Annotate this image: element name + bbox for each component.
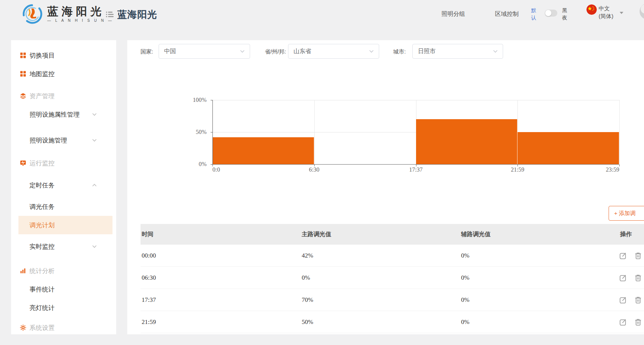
sidebar-item-2[interactable]: 地图监控 [11, 65, 116, 83]
chart-y-tick-label: 50% [184, 129, 207, 135]
sidebar-item-4[interactable]: 照明设施属性管理 [11, 105, 116, 124]
column-header-4: 操作 [620, 231, 632, 238]
sidebar-item-label: 实时监控 [30, 242, 55, 251]
chart-bar-segment [517, 132, 619, 164]
brand-name: 蓝海阳光 [47, 6, 114, 17]
theme-night-label[interactable]: 黑夜 [561, 7, 568, 21]
gear-icon [20, 325, 26, 331]
chart-y-tick [211, 100, 213, 100]
chart-x-tick-label: 23:59 [606, 166, 619, 173]
country-select[interactable]: 中国 [159, 44, 250, 59]
sidebar-menu: 切换项目地图监控资产管理照明设施属性管理照明设施管理运行监控定时任务调光任务调光… [11, 40, 116, 334]
cell-时间: 00:00 [142, 252, 156, 259]
column-header-2: 主路调光值 [302, 231, 331, 238]
sidebar-item-10[interactable]: 实时监控 [11, 237, 116, 256]
grid-icon [20, 71, 26, 77]
city-filter-label: 城市: [393, 48, 406, 55]
chart-y-tick [211, 132, 213, 132]
theme-default-label[interactable]: 默认 [530, 7, 537, 21]
column-header-3: 辅路调光值 [461, 231, 491, 238]
app-title: 蓝海阳光 [117, 8, 157, 21]
province-filter-label: 省/州/邦: [265, 48, 286, 55]
city-value: 日照市 [418, 48, 493, 55]
header-divider [94, 7, 94, 21]
app-window: 蓝海阳光 — L A N H I S U N — 蓝海阳光 照明分组 区域控制 … [0, 0, 644, 345]
sidebar-item-6[interactable]: 运行监控 [11, 154, 116, 172]
user-avatar[interactable] [640, 3, 644, 20]
chevron-up-icon [92, 184, 97, 187]
country-value: 中国 [164, 48, 240, 55]
cell-辅路调光值: 0% [461, 274, 470, 282]
cell-辅路调光值: 0% [461, 252, 470, 259]
chart-gridline [314, 100, 315, 164]
delete-icon[interactable] [634, 252, 642, 259]
bar-chart-icon [20, 268, 26, 274]
table-row: 17:3770%0% [141, 289, 644, 311]
cell-时间: 21:59 [142, 318, 156, 326]
nav-lighting-group[interactable]: 照明分组 [442, 10, 465, 18]
cell-主路调光值: 0% [302, 274, 310, 282]
edit-icon[interactable] [619, 296, 627, 304]
brand-logo: 蓝海阳光 — L A N H I S U N — [22, 4, 114, 24]
delete-icon[interactable] [634, 296, 642, 304]
sidebar-item-13[interactable]: 亮灯统计 [11, 299, 116, 317]
theme-toggle[interactable] [545, 10, 557, 17]
dimming-schedule-chart: 0%50%100%0:06:3017:3721:5923:59 [212, 100, 619, 164]
chart-x-tick-label: 6:30 [309, 166, 319, 173]
province-value: 山东省 [294, 48, 369, 55]
sidebar-item-12[interactable]: 事件统计 [11, 280, 116, 299]
chart-gridline [619, 100, 620, 164]
language-label: 中文(简体) [599, 5, 613, 19]
monitor-icon [20, 160, 26, 166]
sidebar-item-label: 系统设置 [30, 324, 55, 332]
chart-x-tick [619, 165, 620, 166]
delete-icon[interactable] [634, 318, 642, 326]
sidebar-item-3[interactable]: 资产管理 [11, 87, 116, 105]
sidebar-item-label: 照明设施属性管理 [30, 110, 80, 119]
cell-主路调光值: 70% [302, 296, 313, 304]
add-dimming-plan-button[interactable]: + 添加调 [609, 206, 644, 221]
chevron-down-icon [92, 139, 97, 142]
sidebar-item-label: 亮灯统计 [30, 304, 55, 312]
chart-y-tick-label: 0% [184, 161, 207, 168]
chart-x-tick-label: 21:59 [511, 166, 524, 173]
brand-latin-name: — L A N H I S U N — [47, 18, 114, 23]
language-selector[interactable]: 中文(简体) [586, 4, 617, 20]
province-select[interactable]: 山东省 [288, 44, 379, 59]
sidebar-item-label: 定时任务 [30, 181, 55, 190]
cell-辅路调光值: 0% [461, 318, 470, 326]
cell-主路调光值: 42% [302, 252, 313, 259]
chart-bar-segment [212, 137, 314, 164]
cell-主路调光值: 50% [302, 318, 313, 326]
edit-icon[interactable] [619, 252, 627, 259]
chart-y-tick-label: 100% [184, 97, 207, 103]
chevron-down-icon [369, 50, 374, 53]
column-header-1: 时间 [142, 231, 153, 238]
chart-x-tick-label: 0:0 [212, 166, 220, 173]
layers-icon [20, 93, 26, 99]
sidebar-item-9[interactable]: 调光计划 [11, 216, 116, 234]
delete-icon[interactable] [634, 274, 642, 282]
sidebar-item-1[interactable]: 切换项目 [11, 46, 116, 65]
sidebar-item-label: 调光任务 [30, 203, 55, 211]
cell-时间: 06:30 [142, 274, 156, 282]
chevron-down-icon [92, 245, 97, 248]
table-row: 00:0042%0% [141, 245, 644, 267]
edit-icon[interactable] [619, 274, 627, 282]
sidebar-item-7[interactable]: 定时任务 [11, 176, 116, 194]
table-header-row: 时间主路调光值辅路调光值操作 [141, 224, 644, 245]
language-caret-icon [620, 12, 623, 14]
sidebar-item-8[interactable]: 调光任务 [11, 197, 116, 216]
sidebar-item-14[interactable]: 系统设置 [11, 318, 116, 337]
city-select[interactable]: 日照市 [412, 44, 503, 59]
edit-icon[interactable] [619, 318, 627, 326]
sidebar-item-11[interactable]: 统计分析 [11, 262, 116, 280]
sidebar-item-5[interactable]: 照明设施管理 [11, 131, 116, 149]
grid-icon [20, 52, 26, 59]
sidebar-item-label: 切换项目 [30, 51, 55, 60]
country-filter-label: 国家: [141, 48, 153, 55]
menu-collapse-icon[interactable] [105, 10, 114, 19]
nav-area-control[interactable]: 区域控制 [495, 10, 519, 18]
sidebar-item-label: 运行监控 [30, 159, 55, 168]
chevron-down-icon [92, 113, 97, 116]
